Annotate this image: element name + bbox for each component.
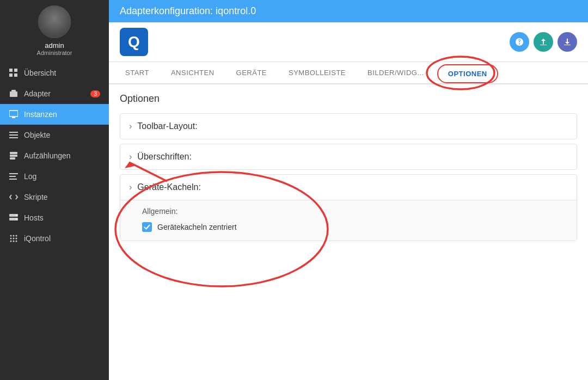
sidebar-item-label: Log [24,172,36,181]
svg-point-25 [13,238,15,240]
avatar [38,5,71,38]
config-area: Q [109,22,588,380]
sidebar-item-iqontrol[interactable]: iQontrol [0,228,109,249]
chevron-down-icon: › [129,152,132,162]
app-icon: Q [120,28,148,56]
tabs-bar: START ANSICHTEN GERÄTE SYMBOLLEISTE BILD… [109,62,588,84]
list-icon [9,130,19,140]
sidebar: admin Administrator Übersicht Adapter 3 [0,0,109,380]
tab-optionen-wrapper: OPTIONEN [435,62,500,83]
svg-point-29 [16,241,17,242]
svg-point-20 [16,219,17,220]
svg-rect-2 [9,73,13,77]
sidebar-item-instanzen[interactable]: Instanzen [0,104,109,125]
sidebar-item-label: Objekte [24,131,50,139]
tab-symbolleiste[interactable]: SYMBOLLEISTE [278,62,357,84]
section-geraete-kacheln: › Geräte-Kacheln: Allgemein: Gerätekache… [120,174,577,241]
sidebar-item-label: Aufzählungen [24,151,71,160]
top-buttons [510,32,577,52]
sidebar-item-label: iQontrol [24,234,51,243]
section-geraete-header[interactable]: › Geräte-Kacheln: [120,175,577,200]
tab-bilder[interactable]: BILDER/WIDG... [357,62,435,84]
svg-point-24 [10,238,12,240]
sidebar-header: admin Administrator [0,0,109,63]
chevron-down-icon: › [129,182,132,192]
sidebar-item-label: Übersicht [24,69,56,77]
admin-role: Administrator [37,50,72,56]
monitor-icon [9,109,19,119]
main-content: Adapterkonfiguration: iqontrol.0 Q [109,0,588,380]
svg-rect-11 [10,152,17,154]
section-uberschriften-header[interactable]: › Überschriften: [120,144,577,169]
svg-rect-12 [10,155,17,157]
section-toolbar-layout: › Toolbar-Layout: [120,113,577,139]
checkbox-zentriert-label: Gerätekacheln zentriert [157,223,237,231]
sidebar-item-adapter[interactable]: Adapter 3 [0,83,109,104]
sidebar-item-ubersicht[interactable]: Übersicht [0,63,109,83]
svg-rect-4 [10,91,17,97]
svg-rect-0 [9,69,13,72]
download-button[interactable] [558,32,577,52]
server-icon [9,213,19,223]
tab-ansichten[interactable]: ANSICHTEN [160,62,225,84]
svg-point-22 [13,235,15,237]
svg-point-28 [13,241,15,242]
grid-icon [9,68,19,78]
help-button[interactable] [510,32,529,52]
box-icon [9,89,19,99]
svg-rect-16 [9,179,17,180]
svg-rect-15 [9,176,16,177]
checkbox-zentriert[interactable] [142,222,152,232]
svg-point-23 [16,235,17,237]
svg-point-26 [16,238,17,240]
adapter-badge: 3 [90,90,100,97]
svg-rect-5 [11,90,16,92]
chevron-down-icon: › [129,121,132,131]
tab-start[interactable]: START [114,62,160,84]
sidebar-item-skripte[interactable]: Skripte [0,187,109,207]
sidebar-item-label: Skripte [24,193,48,201]
lines-icon [9,171,19,181]
section-geraete-label: Geräte-Kacheln: [137,182,201,192]
section-toolbar-label: Toolbar-Layout: [137,121,197,131]
section-toolbar-layout-header[interactable]: › Toolbar-Layout: [120,114,577,139]
upload-button[interactable] [534,32,553,52]
sidebar-item-log[interactable]: Log [0,166,109,187]
sidebar-item-label: Instanzen [24,110,57,119]
section-uberschriften: › Überschriften: [120,144,577,170]
adapter-title: Adapterkonfiguration: iqontrol.0 [120,5,256,16]
svg-rect-14 [9,173,18,174]
svg-rect-13 [10,157,15,160]
config-top: Q [109,22,588,62]
section-geraete-content: Allgemein: Gerätekacheln zentriert [120,200,577,241]
tag-icon [9,151,19,161]
code-icon [9,192,19,202]
tab-gerate[interactable]: GERÄTE [225,62,278,84]
section-uberschriften-label: Überschriften: [137,152,192,162]
sidebar-item-aufzahlungen[interactable]: Aufzählungen [0,145,109,166]
svg-rect-8 [9,132,18,133]
svg-rect-6 [9,111,18,117]
svg-rect-1 [14,69,17,72]
options-title: Optionen [120,93,577,105]
subsection-allgemein-label: Allgemein: [142,207,566,216]
tab-optionen[interactable]: OPTIONEN [437,64,498,83]
svg-rect-9 [9,134,18,136]
svg-rect-7 [12,117,15,118]
svg-rect-10 [9,137,18,138]
grid-dots-icon [9,234,19,243]
options-area: Optionen › Toolbar-Layout: › Überschrift… [109,84,588,380]
sidebar-item-label: Hosts [24,213,44,222]
sidebar-item-hosts[interactable]: Hosts [0,207,109,228]
svg-point-19 [16,215,17,216]
sidebar-item-label: Adapter [24,89,51,98]
sidebar-item-objekte[interactable]: Objekte [0,125,109,145]
adapter-header: Adapterkonfiguration: iqontrol.0 [109,0,588,22]
checkbox-row-zentriert: Gerätekacheln zentriert [142,222,566,232]
admin-name: admin [45,41,64,50]
sidebar-nav: Übersicht Adapter 3 Instanzen [0,63,109,380]
svg-point-21 [10,235,12,237]
svg-rect-3 [14,73,17,77]
svg-point-27 [10,241,12,242]
